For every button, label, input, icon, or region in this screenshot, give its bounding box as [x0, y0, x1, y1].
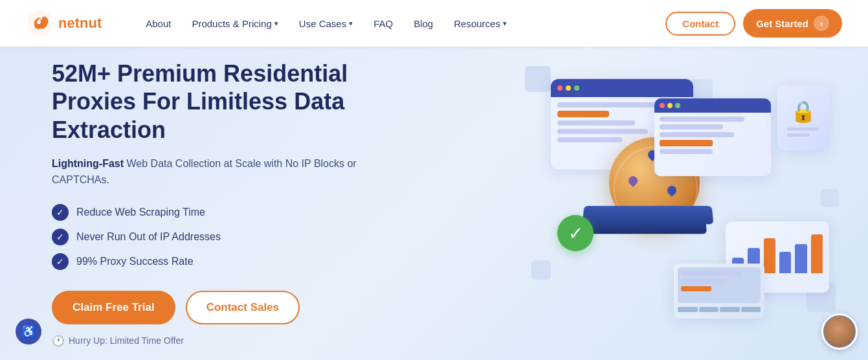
get-started-button[interactable]: Get Started ›: [743, 9, 842, 38]
dot-red: [557, 85, 562, 91]
lock-content-lines: [787, 128, 819, 137]
contact-sales-button[interactable]: Contact Sales: [186, 291, 300, 324]
feature-text-1: Reduce Web Scraping Time: [76, 207, 205, 218]
check-icon-1: ✓: [52, 204, 69, 221]
clock-icon: 🕐: [52, 335, 65, 347]
panel-titlebar: [551, 79, 693, 97]
key: [678, 307, 698, 312]
resources-chevron-icon: ▾: [503, 19, 507, 28]
chart-bar-highlight: [764, 238, 775, 273]
logo[interactable]: netnut: [26, 9, 102, 38]
feature-list: ✓ Reduce Web Scraping Time ✓ Never Run O…: [52, 204, 388, 270]
claim-free-trial-button[interactable]: Claim Free Trial: [52, 291, 175, 324]
hero-title: 52M+ Premium Residential Proxies For Lim…: [52, 60, 388, 144]
arrow-icon: ›: [814, 16, 829, 31]
navbar: netnut About Products & Pricing ▾ Use Ca…: [0, 0, 868, 47]
avatar-image: [824, 316, 855, 347]
key: [720, 307, 740, 312]
browser-line: [660, 124, 723, 129]
nav-links: About Products & Pricing ▾ Use Cases ▾ F…: [138, 13, 642, 34]
chart-bar: [795, 244, 807, 273]
chart-bar-highlight: [811, 234, 823, 273]
key: [699, 307, 719, 312]
hero-illustration: ✓ 🔒: [518, 60, 842, 344]
cube-decoration-2: [531, 260, 551, 280]
chart-bar: [779, 252, 791, 273]
nav-blog[interactable]: Blog: [406, 13, 441, 34]
hero-content: 52M+ Premium Residential Proxies For Lim…: [52, 60, 388, 347]
check-icon-2: ✓: [52, 229, 69, 245]
key: [741, 307, 761, 312]
nav-products[interactable]: Products & Pricing ▾: [184, 13, 285, 34]
feature-text-2: Never Run Out of IP Addresses: [76, 231, 221, 243]
content-line-orange: [557, 111, 609, 117]
nav-resources[interactable]: Resources ▾: [446, 13, 515, 34]
content-line: [557, 120, 635, 126]
content-line: [557, 102, 661, 107]
browser-titlebar: [654, 98, 771, 113]
browser-line: [660, 149, 713, 154]
lock-line: [787, 128, 819, 131]
feature-item: ✓ Reduce Web Scraping Time: [52, 204, 388, 221]
check-icon-3: ✓: [52, 253, 69, 270]
lock-line: [787, 133, 810, 137]
content-line: [557, 129, 648, 134]
logo-text: netnut: [58, 15, 102, 32]
accessibility-icon: ♿: [21, 324, 36, 339]
cube-decoration-1: [525, 66, 551, 92]
chat-avatar[interactable]: [821, 313, 858, 350]
subtitle-bold: Lightning-Fast: [52, 158, 124, 169]
svg-point-1: [37, 20, 41, 24]
dot-yellow: [667, 103, 673, 108]
map-pin-3: [665, 184, 678, 197]
laptop-panel: [674, 264, 764, 319]
hero-section: 52M+ Premium Residential Proxies For Lim…: [0, 47, 868, 360]
logo-icon: [26, 9, 54, 38]
browser-line-accent: [660, 140, 713, 146]
lock-icon: 🔒: [790, 99, 816, 124]
browser-content: [654, 113, 771, 158]
browser-line: [660, 117, 744, 122]
green-check-circle: ✓: [557, 215, 594, 251]
urgency-text: Hurry Up: Limited Time Offer: [69, 335, 184, 346]
laptop-line-accent: [681, 286, 711, 291]
contact-button[interactable]: Contact: [665, 12, 735, 36]
nav-about[interactable]: About: [138, 13, 179, 34]
accessibility-button[interactable]: ♿: [16, 319, 41, 344]
use-cases-chevron-icon: ▾: [349, 19, 353, 28]
feature-item: ✓ 99% Proxy Success Rate: [52, 253, 388, 270]
urgency-notice: 🕐 Hurry Up: Limited Time Offer: [52, 335, 388, 347]
products-chevron-icon: ▾: [274, 19, 278, 28]
hero-subtitle: Lightning-Fast Web Data Collection at Sc…: [52, 155, 388, 188]
laptop-line: [681, 278, 727, 284]
browser-line: [660, 132, 734, 137]
cube-decoration-5: [821, 189, 839, 207]
nav-actions: Contact Get Started ›: [665, 9, 842, 38]
browser-panel-secondary: [654, 98, 771, 176]
dot-red: [660, 103, 665, 108]
laptop-line: [681, 271, 742, 276]
dot-green: [675, 103, 680, 108]
platform-layer-2: [589, 219, 707, 234]
nav-use-cases[interactable]: Use Cases ▾: [291, 13, 361, 34]
feature-item: ✓ Never Run Out of IP Addresses: [52, 229, 388, 245]
lock-panel: 🔒: [777, 85, 829, 150]
laptop-screen: [678, 267, 761, 303]
feature-text-3: 99% Proxy Success Rate: [76, 256, 194, 267]
dot-green: [574, 85, 579, 91]
nav-faq[interactable]: FAQ: [366, 13, 401, 34]
keyboard-row: [674, 307, 764, 312]
dot-yellow: [566, 85, 571, 91]
map-pin-2: [627, 174, 640, 187]
hero-buttons: Claim Free Trial Contact Sales: [52, 291, 388, 324]
